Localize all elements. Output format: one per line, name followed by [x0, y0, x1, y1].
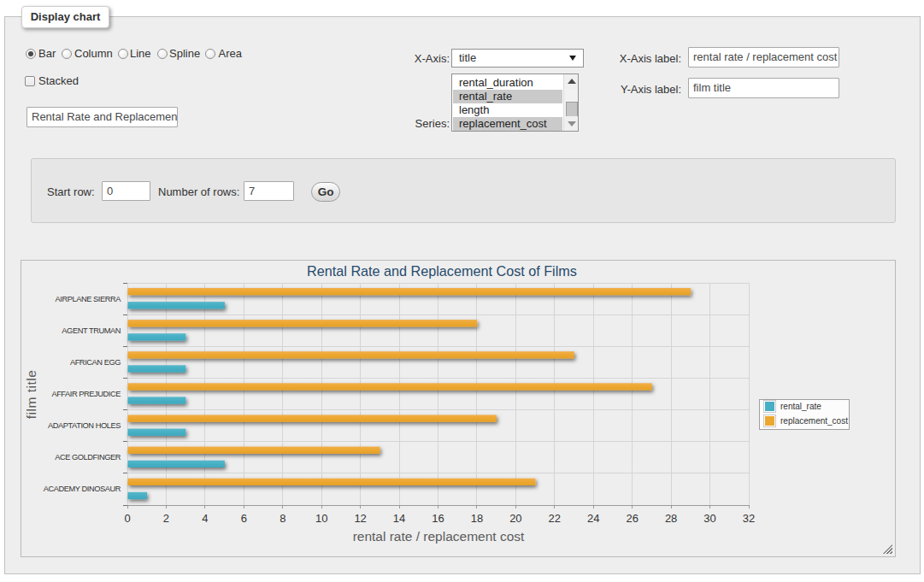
svg-text:6: 6	[241, 512, 247, 525]
svg-text:24: 24	[587, 512, 599, 525]
svg-text:16: 16	[432, 512, 444, 525]
svg-text:26: 26	[626, 512, 638, 525]
svg-text:4: 4	[202, 512, 208, 525]
svg-text:22: 22	[549, 512, 561, 525]
svg-text:replacement_cost: replacement_cost	[780, 416, 848, 426]
svg-text:14: 14	[393, 512, 405, 525]
svg-text:ADAPTATION HOLES: ADAPTATION HOLES	[48, 421, 121, 430]
svg-text:AFRICAN EGG: AFRICAN EGG	[70, 358, 121, 367]
svg-text:film title: film title	[24, 370, 38, 420]
svg-text:AFFAIR PREJUDICE: AFFAIR PREJUDICE	[51, 390, 121, 398]
svg-text:30: 30	[703, 512, 715, 525]
svg-text:2: 2	[163, 512, 169, 525]
svg-text:12: 12	[354, 512, 366, 525]
svg-text:ACE GOLDFINGER: ACE GOLDFINGER	[55, 453, 121, 461]
svg-text:10: 10	[315, 512, 327, 525]
svg-text:rental rate / replacement cost: rental rate / replacement cost	[353, 529, 525, 544]
svg-text:AIRPLANE SIERRA: AIRPLANE SIERRA	[56, 295, 122, 303]
svg-text:32: 32	[743, 512, 755, 525]
svg-text:ACADEMY DINOSAUR: ACADEMY DINOSAUR	[44, 485, 121, 493]
svg-text:8: 8	[280, 512, 285, 525]
svg-text:20: 20	[509, 512, 521, 525]
svg-text:0: 0	[124, 512, 130, 525]
svg-text:28: 28	[665, 512, 677, 525]
svg-text:AGENT TRUMAN: AGENT TRUMAN	[62, 326, 121, 335]
svg-text:rental_rate: rental_rate	[780, 402, 821, 411]
svg-text:Rental Rate and Replacement Co: Rental Rate and Replacement Cost of Film…	[307, 263, 577, 279]
svg-text:18: 18	[471, 512, 483, 525]
